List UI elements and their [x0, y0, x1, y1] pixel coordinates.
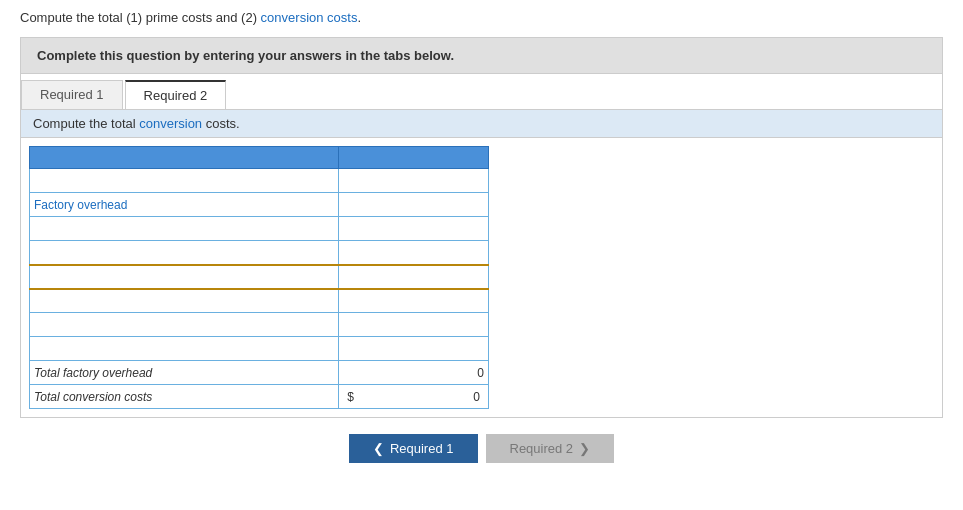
tab-required1[interactable]: Required 1	[21, 80, 123, 109]
row-value-input-7[interactable]	[343, 318, 484, 332]
total-conversion-dollar-sign: $	[347, 390, 354, 404]
row-value-input-8[interactable]	[343, 342, 484, 356]
row-label-cell-1[interactable]	[30, 169, 339, 193]
table-header-row	[30, 147, 489, 169]
next-button[interactable]: Required 2 ❯	[486, 434, 615, 463]
tab-required1-label: Required 1	[40, 87, 104, 102]
row-label-input-8[interactable]	[34, 342, 334, 356]
table-row	[30, 217, 489, 241]
row-value-cell-3[interactable]	[339, 217, 489, 241]
row-value-cell-8[interactable]	[339, 337, 489, 361]
intro-text: Compute the total (1) prime costs and (2…	[20, 10, 943, 25]
tab-required2-label: Required 2	[144, 88, 208, 103]
row-label-input-6[interactable]	[34, 294, 334, 308]
table-row	[30, 313, 489, 337]
row-label-cell-7[interactable]	[30, 313, 339, 337]
gold-row-label[interactable]	[30, 265, 339, 289]
factory-overhead-input[interactable]	[343, 198, 484, 212]
next-button-label: Required 2	[510, 441, 574, 456]
table-container: Factory overhead	[29, 146, 489, 409]
section-header-blue: conversion	[139, 116, 202, 131]
row-value-cell-6[interactable]	[339, 289, 489, 313]
nav-buttons: ❮ Required 1 Required 2 ❯	[20, 418, 943, 473]
total-conversion-value: 0	[473, 390, 480, 404]
row-label-cell-3[interactable]	[30, 217, 339, 241]
row-value-input-4[interactable]	[343, 245, 484, 259]
row-label-input-3[interactable]	[34, 222, 334, 236]
row-value-cell-4[interactable]	[339, 241, 489, 265]
total-conversion-costs-label: Total conversion costs	[30, 385, 339, 409]
table-row	[30, 289, 489, 313]
col-header-label	[30, 147, 339, 169]
row-label-cell-6[interactable]	[30, 289, 339, 313]
row-label-cell-4[interactable]	[30, 241, 339, 265]
prev-button[interactable]: ❮ Required 1	[349, 434, 478, 463]
factory-overhead-row: Factory overhead	[30, 193, 489, 217]
instruction-box: Complete this question by entering your …	[20, 37, 943, 74]
row-label-input-7[interactable]	[34, 318, 334, 332]
total-conversion-costs-value-cell: $ 0	[339, 385, 489, 409]
page-container: Compute the total (1) prime costs and (2…	[0, 0, 963, 483]
row-value-input-6[interactable]	[343, 294, 484, 308]
factory-overhead-label: Factory overhead	[30, 193, 339, 217]
gold-row-label-input[interactable]	[34, 270, 334, 284]
row-label-cell-8[interactable]	[30, 337, 339, 361]
row-value-input-3[interactable]	[343, 222, 484, 236]
conversion-link[interactable]: conversion costs	[261, 10, 358, 25]
tabs-container: Required 1 Required 2 Compute the total …	[20, 74, 943, 418]
factory-overhead-value[interactable]	[339, 193, 489, 217]
prev-arrow-icon: ❮	[373, 441, 384, 456]
section-header: Compute the total conversion costs.	[21, 110, 942, 138]
table-row	[30, 169, 489, 193]
conversion-table: Factory overhead	[29, 146, 489, 409]
instruction-text: Complete this question by entering your …	[37, 48, 454, 63]
total-factory-overhead-row: Total factory overhead 0	[30, 361, 489, 385]
gold-row	[30, 265, 489, 289]
row-label-input-4[interactable]	[34, 245, 334, 259]
row-value-cell-7[interactable]	[339, 313, 489, 337]
total-factory-overhead-label: Total factory overhead	[30, 361, 339, 385]
col-header-value	[339, 147, 489, 169]
next-arrow-icon: ❯	[579, 441, 590, 456]
row-value-cell-1[interactable]	[339, 169, 489, 193]
table-row	[30, 241, 489, 265]
table-row	[30, 337, 489, 361]
row-value-input-1[interactable]	[343, 174, 484, 188]
tab-content: Compute the total conversion costs.	[21, 110, 942, 409]
row-label-input-1[interactable]	[34, 174, 334, 188]
gold-row-value-input[interactable]	[343, 270, 484, 284]
gold-row-value[interactable]	[339, 265, 489, 289]
prev-button-label: Required 1	[390, 441, 454, 456]
tabs-header: Required 1 Required 2	[21, 74, 942, 110]
total-conversion-costs-row: Total conversion costs $ 0	[30, 385, 489, 409]
total-factory-overhead-value: 0	[339, 361, 489, 385]
tab-required2[interactable]: Required 2	[125, 80, 227, 109]
